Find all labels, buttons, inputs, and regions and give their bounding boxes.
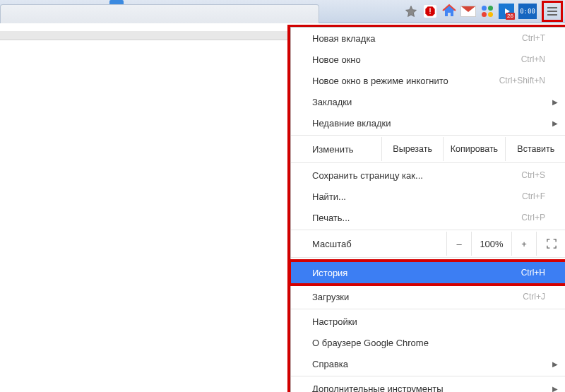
menu-save-as[interactable]: Сохранить страницу как... Ctrl+S (291, 165, 565, 186)
menu-separator (291, 257, 565, 258)
menu-shortcut: Ctrl+N (521, 54, 545, 64)
history-highlight-box: История Ctrl+H (288, 259, 565, 286)
hamburger-menu-button[interactable] (545, 4, 560, 19)
apps-dots-icon[interactable] (479, 3, 496, 20)
menu-new-tab[interactable]: Новая вкладка Ctrl+T (291, 28, 565, 49)
menu-edit-row: Изменить Вырезать Копировать Вставить (291, 137, 565, 161)
menu-history[interactable]: История Ctrl+H (291, 262, 565, 283)
toolbar: 26 0:00 (403, 1, 563, 21)
gmail-icon[interactable] (460, 3, 477, 20)
menu-find[interactable]: Найти... Ctrl+F (291, 186, 565, 207)
menu-label: Печать... (312, 213, 350, 223)
menu-label: Настройки (312, 316, 357, 327)
fullscreen-button[interactable] (536, 232, 565, 256)
menu-label: Найти... (312, 191, 346, 202)
menu-label: Новая вкладка (312, 33, 376, 44)
menu-label: Новое окно в режиме инкогнито (312, 76, 448, 86)
menu-label: Справка (312, 359, 348, 369)
menu-shortcut: Ctrl+T (522, 33, 545, 43)
svg-rect-1 (429, 8, 430, 12)
bookmark-star-icon[interactable] (403, 3, 420, 20)
menu-zoom-row: Масштаб – 100% + (291, 232, 565, 256)
menu-label: Недавние вкладки (312, 118, 391, 129)
menu-more-tools[interactable]: Дополнительные инструменты ▶ (291, 378, 565, 392)
menu-label: Закладки (312, 97, 352, 107)
zoom-value: 100% (471, 232, 511, 256)
menu-separator (291, 162, 565, 163)
menu-label: Загрузки (312, 292, 349, 302)
main-menu-highlight: Новая вкладка Ctrl+T Новое окно Ctrl+N Н… (287, 25, 565, 392)
menu-recent-tabs[interactable]: Недавние вкладки ▶ (291, 112, 565, 133)
menu-label: Сохранить страницу как... (312, 170, 423, 181)
submenu-arrow-icon: ▶ (552, 360, 558, 368)
menu-shortcut: Ctrl+J (523, 292, 545, 302)
submenu-arrow-icon: ▶ (552, 385, 558, 393)
menu-print[interactable]: Печать... Ctrl+P (291, 207, 565, 228)
menu-shortcut: Ctrl+S (521, 170, 545, 180)
menu-shortcut: Ctrl+F (522, 191, 545, 201)
menu-separator (291, 230, 565, 230)
zoom-out-button[interactable]: – (446, 232, 471, 256)
home-icon[interactable] (441, 3, 458, 20)
menu-shortcut: Ctrl+Shift+N (499, 76, 545, 85)
adblock-icon[interactable] (422, 3, 439, 20)
menu-incognito[interactable]: Новое окно в режиме инкогнито Ctrl+Shift… (291, 70, 565, 91)
menu-edit-label: Изменить (291, 144, 381, 155)
menu-paste-button[interactable]: Вставить (505, 137, 565, 161)
menu-settings[interactable]: Настройки (291, 311, 565, 332)
video-play-icon[interactable]: 26 (498, 3, 515, 20)
menu-label: О браузере Google Chrome (312, 338, 429, 348)
menu-shortcut: Ctrl+P (521, 213, 545, 222)
menu-new-window[interactable]: Новое окно Ctrl+N (291, 49, 565, 70)
svg-rect-2 (429, 13, 430, 14)
submenu-arrow-icon: ▶ (552, 98, 558, 106)
play-badge: 26 (506, 13, 515, 20)
menu-button-highlight (542, 1, 563, 22)
menu-cut-button[interactable]: Вырезать (381, 137, 443, 161)
menu-shortcut: Ctrl+H (521, 268, 545, 278)
menu-separator (291, 309, 565, 309)
menu-about[interactable]: О браузере Google Chrome (291, 332, 565, 353)
main-menu: Новая вкладка Ctrl+T Новое окно Ctrl+N Н… (290, 27, 565, 392)
zoom-in-button[interactable]: + (511, 232, 536, 256)
menu-separator (291, 376, 565, 376)
menu-copy-button[interactable]: Копировать (443, 137, 504, 161)
timer-icon[interactable]: 0:00 (517, 3, 538, 20)
browser-chrome-top: 26 0:00 (0, 0, 565, 23)
submenu-arrow-icon: ▶ (552, 119, 558, 127)
page-content-strip (0, 31, 290, 40)
menu-downloads[interactable]: Загрузки Ctrl+J (291, 286, 565, 307)
menu-label: История (312, 268, 347, 278)
menu-help[interactable]: Справка ▶ (291, 353, 565, 374)
menu-label: Новое окно (312, 54, 361, 65)
menu-label: Дополнительные инструменты (312, 384, 444, 393)
menu-bookmarks[interactable]: Закладки ▶ (291, 91, 565, 112)
fullscreen-icon (547, 239, 557, 249)
tab-strip (0, 4, 319, 23)
menu-zoom-label: Масштаб (291, 239, 446, 249)
menu-separator (291, 135, 565, 136)
